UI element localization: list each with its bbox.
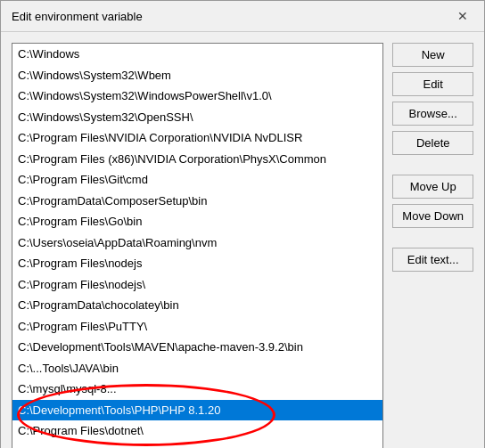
move-up-button[interactable]: Move Up	[392, 175, 473, 199]
list-item[interactable]: C:\Program Files\dotnet\	[12, 420, 382, 442]
delete-button[interactable]: Delete	[392, 131, 473, 155]
edit-button[interactable]: Edit	[392, 72, 473, 96]
list-item[interactable]: C:\Development\Tools\PHP\PHP 8.1.20	[12, 400, 382, 421]
list-item[interactable]: C:\Program Files\Git\cmd	[12, 169, 382, 191]
list-item[interactable]: C:\Program Files (x86)\NVIDIA Corporatio…	[12, 149, 382, 170]
list-item[interactable]: C:\Development\Tools\MAVEN\apache-maven-…	[12, 337, 382, 358]
list-item[interactable]: C:\Program Files\nodejs\	[12, 274, 382, 296]
action-buttons-panel: New Edit Browse... Delete Move Up Move D…	[392, 43, 473, 448]
list-item[interactable]: C:\Users\oseia\AppData\Roaming\nvm	[12, 232, 382, 254]
list-item[interactable]: C:\Program Files\NVIDIA Corporation\NVID…	[12, 127, 382, 149]
browse-button[interactable]: Browse...	[392, 102, 473, 126]
list-item[interactable]: C:\Program Files\nodejs	[12, 253, 382, 274]
list-item[interactable]: C:\Program Files\Go\bin	[12, 211, 382, 232]
env-variable-list-panel: C:\WindowsC:\Windows\System32\WbemC:\Win…	[12, 43, 383, 448]
edit-text-button[interactable]: Edit text...	[392, 248, 473, 272]
title-bar: Edit environment variable ✕	[1, 1, 484, 32]
close-button[interactable]: ✕	[452, 8, 473, 24]
list-item[interactable]: C:\Windows\System32\OpenSSH\	[12, 107, 382, 128]
list-item[interactable]: C:\Windows\System32\Wbem	[12, 65, 382, 86]
list-item[interactable]: C:\...Tools\JAVA\bin	[12, 358, 382, 379]
list-item[interactable]: C:\Windows\System32\WindowsPowerShell\v1…	[12, 86, 382, 107]
list-item[interactable]: C:\ProgramData\chocolatey\bin	[12, 295, 382, 316]
list-item[interactable]: C:\Windows	[12, 44, 382, 65]
dialog-content: C:\WindowsC:\Windows\System32\WbemC:\Win…	[1, 32, 484, 448]
new-button[interactable]: New	[392, 43, 473, 67]
list-item[interactable]: C:\Program Files\PuTTY\	[12, 316, 382, 338]
env-variable-list-container[interactable]: C:\WindowsC:\Windows\System32\WbemC:\Win…	[12, 44, 382, 448]
move-down-button[interactable]: Move Down	[392, 204, 473, 228]
list-item[interactable]: C:\ProgramData\ComposerSetup\bin	[12, 191, 382, 212]
edit-env-variable-dialog: Edit environment variable ✕ C:\WindowsC:…	[0, 0, 485, 448]
list-item[interactable]: C:\Program Files\Docker\Dock...\bin	[12, 442, 382, 449]
dialog-title: Edit environment variable	[12, 10, 143, 23]
list-item[interactable]: C:\mysql\mysql-8...	[12, 379, 382, 400]
